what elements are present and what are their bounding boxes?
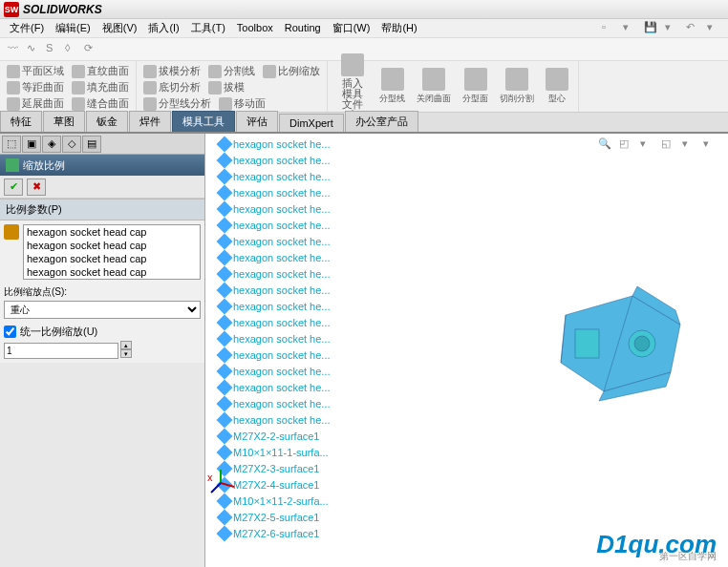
curve-icon[interactable]: ∿ [27, 42, 42, 57]
menu-Routing[interactable]: Routing [279, 20, 327, 35]
menu-视图(V)[interactable]: 视图(V) [96, 20, 143, 35]
feature-tree-tab[interactable]: ⬚ [2, 136, 21, 153]
ribbon-型心[interactable]: 型心 [540, 66, 574, 107]
tree-item[interactable]: hexagon socket he... [219, 411, 331, 428]
tree-item[interactable]: hexagon socket he... [219, 200, 331, 217]
section-icon[interactable]: ▾ [682, 137, 699, 155]
ribbon-切削分割[interactable]: 切削分割 [494, 66, 540, 107]
view-triad[interactable]: x [205, 468, 236, 498]
list-item[interactable]: hexagon socket head cap [24, 252, 200, 265]
ribbon-分型面[interactable]: 分型面 [457, 66, 494, 107]
tree-item[interactable]: hexagon socket he... [219, 168, 331, 184]
menu-Toolbox[interactable]: Toolbox [231, 20, 279, 35]
part-icon [217, 249, 233, 265]
save-icon[interactable]: 💾 [644, 21, 659, 36]
tree-item[interactable]: hexagon socket he... [219, 136, 331, 152]
display-tab[interactable]: ▤ [82, 136, 101, 153]
ribbon-关闭曲面[interactable]: 关闭曲面 [411, 66, 457, 107]
sketch-icon[interactable]: 〰 [8, 42, 23, 57]
tree-item[interactable]: hexagon socket he... [219, 233, 331, 249]
rebuild-icon[interactable]: ⟳ [84, 42, 99, 57]
tree-item[interactable]: hexagon socket he... [219, 330, 331, 346]
cancel-button[interactable]: ✖ [27, 178, 46, 196]
tree-item[interactable]: hexagon socket he... [219, 282, 331, 298]
tree-item[interactable]: M27X2-5-surface1 [219, 509, 331, 525]
ribbon-直纹曲面[interactable]: 直纹曲面 [69, 63, 132, 79]
tree-item[interactable]: hexagon socket he... [219, 184, 331, 200]
ribbon-比例缩放[interactable]: 比例缩放 [260, 63, 323, 79]
ribbon-平面区域[interactable]: 平面区域 [4, 63, 67, 79]
menu-窗口(W)[interactable]: 窗口(W) [327, 20, 376, 35]
svg-rect-9 [575, 329, 599, 358]
tab-焊件[interactable]: 焊件 [129, 111, 171, 132]
view-orient-icon[interactable]: ▾ [640, 137, 657, 155]
tab-办公室产品[interactable]: 办公室产品 [345, 111, 418, 132]
tab-DimXpert[interactable]: DimXpert [279, 114, 344, 132]
ribbon-延展曲面[interactable]: 延展曲面 [4, 95, 67, 112]
tree-item[interactable]: hexagon socket he... [219, 249, 331, 265]
body-list[interactable]: hexagon socket head caphexagon socket he… [23, 224, 201, 280]
more-icon[interactable]: ▾ [707, 21, 722, 36]
zoom-area-icon[interactable]: ◰ [619, 137, 636, 155]
menu-帮助(H)[interactable]: 帮助(H) [375, 20, 422, 35]
uniform-checkbox[interactable] [4, 326, 16, 338]
ribbon-拔模分析[interactable]: 拔模分析 [140, 63, 203, 79]
print-icon[interactable]: ▾ [665, 21, 680, 36]
ribbon-缝合曲面[interactable]: 缝合曲面 [69, 95, 132, 112]
tree-item[interactable]: hexagon socket he... [219, 298, 331, 314]
tab-评估[interactable]: 评估 [236, 111, 278, 132]
ok-button[interactable]: ✔ [4, 178, 23, 196]
tab-模具工具[interactable]: 模具工具 [172, 111, 235, 132]
ribbon-分型线[interactable]: 分型线 [374, 66, 411, 107]
part-icon [217, 265, 233, 282]
scale-point-select[interactable]: 重心 [4, 301, 201, 319]
stepper-up[interactable]: ▴ [120, 341, 132, 349]
tab-钣金[interactable]: 钣金 [86, 111, 128, 132]
ribbon-底切分析[interactable]: 底切分析 [140, 79, 203, 95]
undo-icon[interactable]: ↶ [686, 21, 701, 36]
new-icon[interactable]: ▫ [602, 21, 617, 36]
list-item[interactable]: hexagon socket head cap [24, 225, 200, 239]
tree-item[interactable]: M27X2-2-surface1 [219, 428, 331, 444]
tree-item[interactable]: hexagon socket he... [219, 152, 331, 168]
zoom-fit-icon[interactable]: 🔍 [598, 137, 615, 155]
cmd-icon [422, 68, 445, 91]
property-tab[interactable]: ▣ [22, 136, 41, 153]
stepper-down[interactable]: ▾ [120, 349, 132, 358]
menu-编辑(E)[interactable]: 编辑(E) [50, 20, 96, 35]
tree-item[interactable]: hexagon socket he... [219, 265, 331, 282]
ribbon-移动面[interactable]: 移动面 [216, 95, 268, 112]
tab-特征[interactable]: 特征 [0, 111, 42, 132]
tree-item[interactable]: hexagon socket he... [219, 379, 331, 395]
menu-工具(T)[interactable]: 工具(T) [185, 20, 231, 35]
display-style-icon[interactable]: ◱ [661, 137, 678, 155]
menu-文件(F)[interactable]: 文件(F) [4, 20, 50, 35]
ribbon-分型线分析[interactable]: 分型线分析 [140, 95, 214, 112]
ribbon-分割线[interactable]: 分割线 [205, 63, 258, 79]
section-header[interactable]: 比例参数(P) [0, 199, 204, 220]
scene-icon[interactable]: ▾ [703, 137, 720, 155]
viewport[interactable]: 🔍 ◰ ▾ ◱ ▾ ▾ hexagon socket he...hexagon … [205, 134, 728, 567]
surface-icon[interactable]: ◊ [65, 42, 80, 57]
open-icon[interactable]: ▾ [623, 21, 638, 36]
ribbon-填充曲面[interactable]: 填充曲面 [69, 79, 132, 95]
dimxpert-tab[interactable]: ◇ [62, 136, 81, 153]
model-preview[interactable] [546, 277, 699, 410]
config-tab[interactable]: ◈ [42, 136, 61, 153]
uniform-scale-check[interactable]: 统一比例缩放(U) [4, 325, 201, 339]
menu-插入(I)[interactable]: 插入(I) [142, 20, 184, 35]
tree-item[interactable]: hexagon socket he... [219, 395, 331, 411]
ribbon-等距曲面[interactable]: 等距曲面 [4, 79, 67, 95]
tree-item[interactable]: hexagon socket he... [219, 314, 331, 330]
tree-item[interactable]: M27X2-6-surface1 [219, 525, 331, 541]
tree-item[interactable]: hexagon socket he... [219, 346, 331, 363]
scale-factor-input[interactable] [4, 343, 118, 359]
ribbon-拔模[interactable]: 拔模 [205, 79, 247, 95]
tree-item[interactable]: hexagon socket he... [219, 217, 331, 233]
tree-item[interactable]: M10×1×11-1-surfa... [219, 444, 331, 460]
list-item[interactable]: hexagon socket head cap [24, 265, 200, 279]
list-item[interactable]: hexagon socket head cap [24, 239, 200, 252]
tab-草图[interactable]: 草图 [43, 111, 85, 132]
spline-icon[interactable]: Ѕ [46, 42, 61, 57]
tree-item[interactable]: hexagon socket he... [219, 363, 331, 379]
